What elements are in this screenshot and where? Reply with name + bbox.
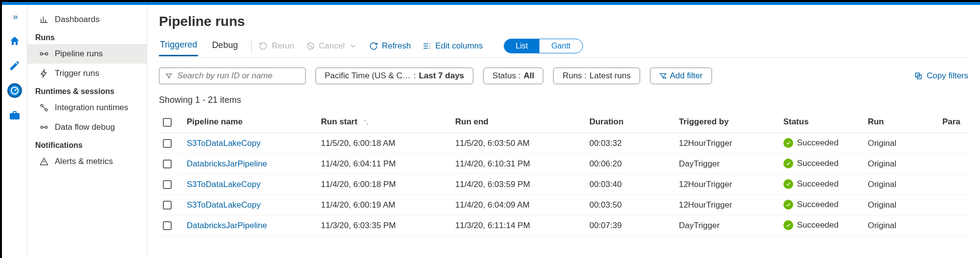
pipeline-link[interactable]: DatabricksJarPipeline xyxy=(187,221,267,230)
col-triggered-by[interactable]: Triggered by xyxy=(675,111,779,133)
pipeline-link[interactable]: S3ToDataLakeCopy xyxy=(187,139,261,148)
svg-point-6 xyxy=(45,126,47,129)
filter-add-icon xyxy=(659,72,667,80)
filter-status-value: All xyxy=(524,71,535,81)
cell-status: Succeeded xyxy=(780,195,864,215)
sort-icon xyxy=(360,117,370,126)
cell-end: 11/5/20, 6:03:50 AM xyxy=(451,133,585,154)
table-row: S3ToDataLakeCopy11/4/20, 6:00:19 AM11/4/… xyxy=(159,195,968,215)
cell-start: 11/4/20, 6:04:11 PM xyxy=(317,154,451,174)
col-start[interactable]: Run start xyxy=(317,111,451,133)
col-run[interactable]: Run xyxy=(864,111,938,133)
copy-filters-button[interactable]: Copy filters xyxy=(914,71,968,81)
row-checkbox[interactable] xyxy=(163,139,172,148)
nav-trigger-runs[interactable]: Trigger runs xyxy=(27,64,147,83)
nav-group-notifications: Notifications xyxy=(27,137,147,152)
edit-columns-button[interactable]: Edit columns xyxy=(423,41,490,55)
row-checkbox[interactable] xyxy=(163,221,172,230)
filter-time-zone: Pacific Time (US & C… xyxy=(325,71,411,81)
nav-group-runs: Runs xyxy=(27,29,147,44)
success-icon xyxy=(783,200,793,210)
rerun-label: Rerun xyxy=(271,41,294,51)
icon-rail: » xyxy=(2,5,27,258)
add-filter-button[interactable]: Add filter xyxy=(650,68,712,84)
cell-triggered-by: DayTrigger xyxy=(675,215,779,236)
home-icon[interactable] xyxy=(8,34,22,48)
connections-icon xyxy=(39,103,49,113)
edit-columns-label: Edit columns xyxy=(435,41,483,51)
col-duration[interactable]: Duration xyxy=(585,111,675,133)
col-end[interactable]: Run end xyxy=(451,111,585,133)
search-box[interactable] xyxy=(159,68,306,84)
cell-status: Succeeded xyxy=(780,154,864,174)
svg-rect-1 xyxy=(41,53,43,55)
pipeline-link[interactable]: DatabricksJarPipeline xyxy=(187,159,267,168)
col-checkbox[interactable] xyxy=(159,111,183,133)
cell-start: 11/3/20, 6:03:35 PM xyxy=(317,215,451,236)
refresh-button[interactable]: Refresh xyxy=(369,41,418,55)
chevron-down-icon xyxy=(349,42,357,50)
cell-end: 11/4/20, 6:10:31 PM xyxy=(451,154,585,174)
cancel-button[interactable]: Cancel xyxy=(306,41,364,55)
expand-icon[interactable]: » xyxy=(8,10,22,23)
cell-triggered-by: DayTrigger xyxy=(675,154,779,174)
nav-dashboards-label: Dashboards xyxy=(55,15,100,24)
pipeline-link[interactable]: S3ToDataLakeCopy xyxy=(187,180,261,189)
copy-filters-label: Copy filters xyxy=(927,71,968,81)
monitor-gauge-icon[interactable] xyxy=(7,83,22,98)
cell-run: Original xyxy=(864,215,938,236)
cell-duration: 00:07:39 xyxy=(585,215,675,236)
tab-triggered[interactable]: Triggered xyxy=(159,40,198,56)
row-checkbox[interactable] xyxy=(163,201,172,210)
nav-integration-runtimes[interactable]: Integration runtimes xyxy=(27,98,147,117)
cell-run: Original xyxy=(864,195,938,215)
cell-run: Original xyxy=(864,133,938,154)
cell-duration: 00:03:40 xyxy=(585,174,675,195)
result-count: Showing 1 - 21 items xyxy=(159,95,968,105)
row-checkbox[interactable] xyxy=(163,160,172,168)
cell-run: Original xyxy=(864,174,938,195)
runs-table: Pipeline name Run start Run end Duration… xyxy=(159,111,968,236)
search-input[interactable] xyxy=(178,71,299,81)
refresh-label: Refresh xyxy=(382,41,411,51)
filter-status[interactable]: Status : All xyxy=(483,68,543,84)
nav-data-flow-debug[interactable]: Data flow debug xyxy=(27,117,147,137)
cell-duration: 00:03:32 xyxy=(585,133,675,154)
tab-debug[interactable]: Debug xyxy=(211,40,239,55)
filter-time[interactable]: Pacific Time (US & C… : Last 7 days xyxy=(315,68,473,84)
flow-debug-icon xyxy=(39,122,49,132)
view-list[interactable]: List xyxy=(504,39,540,53)
cell-run: Original xyxy=(864,154,938,174)
alert-icon xyxy=(39,157,49,166)
cell-start: 11/4/20, 6:00:18 PM xyxy=(317,174,451,195)
cell-params xyxy=(938,195,968,215)
nav-alerts-metrics[interactable]: Alerts & metrics xyxy=(27,152,147,171)
row-checkbox[interactable] xyxy=(163,180,172,189)
col-params[interactable]: Para xyxy=(938,111,968,133)
cell-end: 11/3/20, 6:11:14 PM xyxy=(451,215,585,236)
toolbox-icon[interactable] xyxy=(8,109,22,122)
pipeline-link[interactable]: S3ToDataLakeCopy xyxy=(187,200,261,210)
cell-triggered-by: 12HourTrigger xyxy=(675,195,779,215)
filter-runs[interactable]: Runs : Latest runs xyxy=(553,68,640,84)
cell-triggered-by: 12HourTrigger xyxy=(675,174,779,195)
view-gantt[interactable]: Gantt xyxy=(539,39,582,53)
col-status[interactable]: Status xyxy=(780,111,864,133)
nav-alerts-metrics-label: Alerts & metrics xyxy=(55,157,113,166)
rerun-button[interactable]: Rerun xyxy=(259,41,301,55)
pencil-icon[interactable] xyxy=(8,59,22,72)
nav-dashboards[interactable]: Dashboards xyxy=(27,10,147,29)
nav-data-flow-debug-label: Data flow debug xyxy=(55,122,115,132)
cell-end: 11/4/20, 6:03:59 PM xyxy=(451,174,585,195)
add-filter-label: Add filter xyxy=(670,71,703,81)
filter-time-range: Last 7 days xyxy=(419,71,464,81)
view-toggle: List Gantt xyxy=(504,39,583,53)
cancel-label: Cancel xyxy=(319,41,345,51)
select-all-checkbox[interactable] xyxy=(163,118,172,127)
col-pipeline[interactable]: Pipeline name xyxy=(183,111,317,133)
cell-params xyxy=(938,215,968,236)
cell-params xyxy=(938,174,968,195)
cell-duration: 00:03:50 xyxy=(585,195,675,215)
nav-pipeline-runs[interactable]: Pipeline runs xyxy=(27,44,147,64)
cell-status: Succeeded xyxy=(780,133,864,154)
